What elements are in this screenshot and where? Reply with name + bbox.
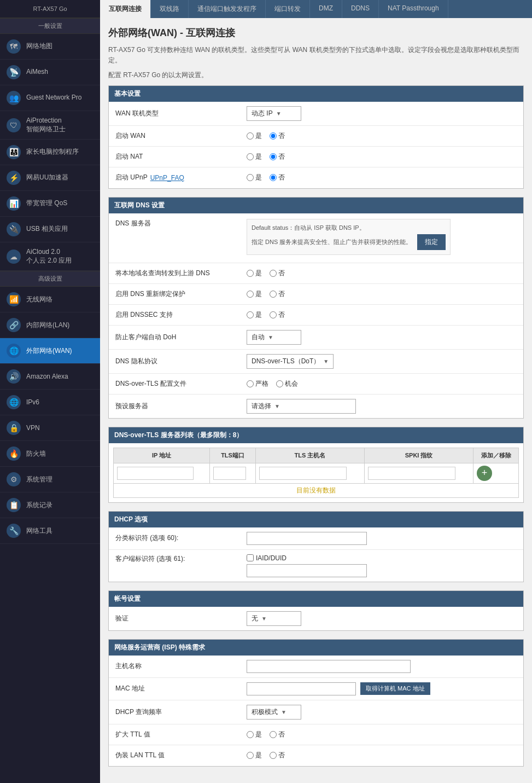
- tab-internet[interactable]: 互联网连接: [100, 0, 151, 18]
- sidebar-item-qos[interactable]: 📊 带宽管理 QoS: [0, 191, 100, 217]
- tab-dual-wan[interactable]: 双线路: [151, 0, 189, 18]
- prevent-doh-value: 自动: [252, 333, 265, 342]
- sidebar-item-label: USB 相关应用: [26, 225, 68, 234]
- sidebar-item-wireless[interactable]: 📶 无线网络: [0, 287, 100, 312]
- enable-upnp-label: 启动 UPnP UPnP_FAQ: [115, 173, 247, 182]
- fake-lan-ttl-yes-radio[interactable]: [247, 752, 254, 759]
- fake-lan-ttl-no-radio[interactable]: [270, 752, 277, 759]
- dns-tls-ip-input[interactable]: [117, 467, 194, 480]
- dns-tls-add-button[interactable]: +: [477, 466, 492, 481]
- hostname-input[interactable]: [247, 660, 411, 673]
- sidebar-item-syslog[interactable]: 📋 系统记录: [0, 492, 100, 518]
- dnssec-row: 启用 DNSSEC 支持 是 否: [109, 305, 523, 326]
- dot-profile-row: DNS-over-TLS 配置文件 严格 机会: [109, 374, 523, 395]
- router-model: RT-AX57 Go: [5, 5, 95, 12]
- dns-rebind-no-label[interactable]: 否: [270, 289, 285, 299]
- sidebar-item-guest-network-pro[interactable]: 👥 Guest Network Pro: [0, 85, 100, 111]
- tab-ddns[interactable]: DDNS: [342, 0, 379, 18]
- dns-privacy-select[interactable]: DNS-over-TLS（DoT） ▼: [247, 354, 334, 369]
- sidebar-item-sysadmin[interactable]: ⚙ 系统管理: [0, 467, 100, 492]
- extend-ttl-no-label[interactable]: 否: [270, 730, 285, 739]
- dnssec-no-radio[interactable]: [270, 311, 277, 318]
- sidebar-item-label: 家长电脑控制程序: [26, 148, 79, 156]
- extend-ttl-no-radio[interactable]: [270, 731, 277, 738]
- sidebar-item-ipv6[interactable]: 🌐 IPv6: [0, 390, 100, 415]
- dot-strict-radio[interactable]: [247, 380, 254, 387]
- sidebar-item-network-map[interactable]: 🗺 网络地图: [0, 34, 100, 60]
- extend-ttl-yes-radio[interactable]: [247, 731, 254, 738]
- enable-upnp-no-radio[interactable]: [270, 174, 277, 181]
- iaid-duid-checkbox[interactable]: [247, 554, 254, 561]
- sidebar-item-aiprotection[interactable]: 🛡 AiProtection 智能网络卫士: [0, 111, 100, 140]
- sidebar-item-usb-app[interactable]: 🔌 USB 相关应用: [0, 217, 100, 242]
- forward-local-no-radio[interactable]: [270, 270, 277, 277]
- forward-local-no-label[interactable]: 否: [270, 269, 285, 278]
- dns-tls-host-input[interactable]: [259, 467, 347, 480]
- dns-rebind-yes-radio[interactable]: [247, 291, 254, 298]
- option60-input[interactable]: [247, 532, 367, 545]
- mac-input[interactable]: [247, 682, 356, 695]
- sidebar-item-vpn[interactable]: 🔒 VPN: [0, 415, 100, 441]
- sidebar-item-parental-control[interactable]: 👨‍👩‍👧 家长电脑控制程序: [0, 140, 100, 165]
- enable-nat-no-label[interactable]: 否: [270, 152, 285, 161]
- fake-lan-ttl-no-label[interactable]: 否: [270, 751, 285, 760]
- forward-local-yes-label[interactable]: 是: [247, 269, 262, 278]
- prevent-doh-select[interactable]: 自动 ▼: [247, 330, 301, 345]
- iaid-duid-label[interactable]: IAID/DUID: [247, 554, 287, 562]
- tab-dmz[interactable]: DMZ: [310, 0, 342, 18]
- auth-select[interactable]: 无 ▼: [247, 611, 301, 626]
- dns-tls-spki-input[interactable]: [368, 467, 455, 480]
- enable-wan-no-label[interactable]: 否: [270, 131, 285, 141]
- enable-nat-no-radio[interactable]: [270, 153, 277, 160]
- dns-specify-button[interactable]: 指定: [417, 234, 446, 250]
- enable-upnp-yes-label[interactable]: 是: [247, 173, 262, 182]
- sidebar-item-aicloud[interactable]: ☁ AiCloud 2.0 个人云 2.0 应用: [0, 242, 100, 271]
- parental-control-icon: 👨‍👩‍👧: [7, 145, 21, 159]
- dnssec-yes-label[interactable]: 是: [247, 310, 262, 320]
- fake-lan-ttl-yes-label[interactable]: 是: [247, 751, 262, 760]
- tab-port-forward[interactable]: 端口转发: [266, 0, 310, 18]
- extend-ttl-row: 扩大 TTL 值 是 否: [109, 724, 523, 745]
- dnssec-no-label[interactable]: 否: [270, 310, 285, 320]
- sidebar-item-netease-uu[interactable]: ⚡ 网易UU加速器: [0, 165, 100, 191]
- enable-wan-yes-label[interactable]: 是: [247, 131, 262, 141]
- dot-opportunity-label[interactable]: 机会: [276, 379, 298, 388]
- enable-upnp-no-label[interactable]: 否: [270, 173, 285, 182]
- hostname-label: 主机名称: [115, 662, 247, 671]
- dns-tls-port-input[interactable]: [213, 467, 246, 480]
- preset-server-select[interactable]: 请选择 ▼: [247, 399, 356, 414]
- mac-control: 取得计算机 MAC 地址: [247, 682, 517, 695]
- dhcp-query-select[interactable]: 积极模式 ▼: [247, 705, 301, 720]
- sidebar-item-firewall[interactable]: 🔥 防火墙: [0, 441, 100, 467]
- qos-icon: 📊: [7, 196, 21, 211]
- enable-nat-yes-radio[interactable]: [247, 153, 254, 160]
- sidebar-item-wan[interactable]: 🌐 外部网络(WAN): [0, 338, 100, 364]
- option61-input[interactable]: [247, 564, 367, 577]
- extend-ttl-yes-label[interactable]: 是: [247, 730, 262, 739]
- dns-rebind-no-radio[interactable]: [270, 291, 277, 298]
- sidebar-item-network-tools[interactable]: 🔧 网络工具: [0, 518, 100, 544]
- dot-strict-label[interactable]: 严格: [247, 379, 268, 388]
- sidebar-item-lan[interactable]: 🔗 内部网络(LAN): [0, 312, 100, 338]
- dns-rebind-yes-label[interactable]: 是: [247, 289, 262, 299]
- enable-nat-yes-label[interactable]: 是: [247, 152, 262, 161]
- sidebar-item-aimesh[interactable]: 📡 AiMesh: [0, 60, 100, 85]
- account-settings-body: 验证 无 ▼: [109, 607, 523, 630]
- tab-port-trigger[interactable]: 通信端口触发发程序: [189, 0, 266, 18]
- mac-get-button[interactable]: 取得计算机 MAC 地址: [360, 682, 430, 695]
- tab-nat-passthrough[interactable]: NAT Passthrough: [379, 0, 448, 18]
- dot-opportunity-radio[interactable]: [276, 380, 283, 387]
- enable-wan-yes-radio[interactable]: [247, 132, 254, 140]
- auth-label: 验证: [115, 614, 247, 623]
- col-tls-port-header: TLS端口: [210, 448, 256, 463]
- forward-local-yes-radio[interactable]: [247, 270, 254, 277]
- enable-wan-no-radio[interactable]: [270, 132, 277, 140]
- enable-upnp-yes-radio[interactable]: [247, 174, 254, 181]
- auth-row: 验证 无 ▼: [109, 607, 523, 630]
- enable-wan-label: 启动 WAN: [115, 131, 247, 141]
- sidebar-item-amazon-alexa[interactable]: 🔊 Amazon Alexa: [0, 364, 100, 390]
- forward-local-dns-label: 将本地域名查询转发到上游 DNS: [115, 269, 247, 278]
- upnp-faq-link[interactable]: UPnP_FAQ: [150, 174, 184, 182]
- dnssec-yes-radio[interactable]: [247, 311, 254, 318]
- wan-type-select[interactable]: 动态 IP ▼: [247, 106, 301, 121]
